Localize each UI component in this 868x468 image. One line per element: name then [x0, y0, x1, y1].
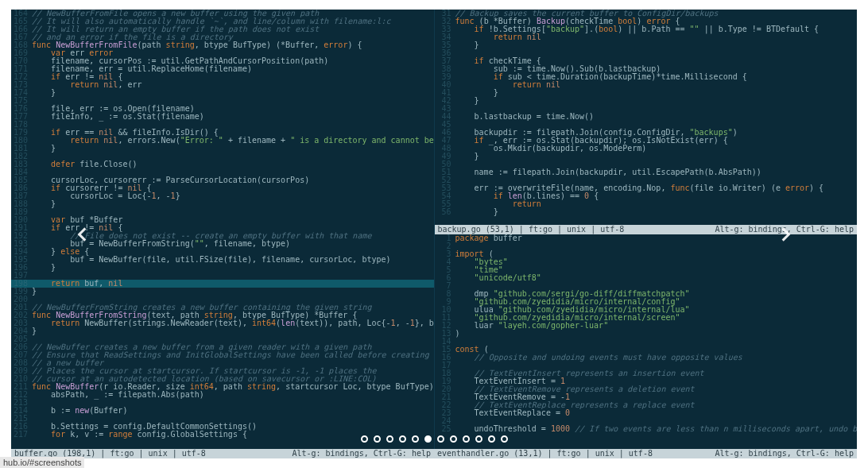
code-line: 34 return nil — [435, 33, 858, 41]
code-area-right-bottom[interactable]: 1package buffer23import (4 "bytes"5 "tim… — [435, 234, 858, 450]
carousel-dot[interactable] — [450, 435, 457, 443]
screenshot-carousel: 164// NewBufferFromFile opens a new buff… — [0, 0, 868, 468]
carousel-next-button[interactable] — [768, 216, 804, 253]
code-line: 56 } — [435, 208, 858, 216]
carousel-dot[interactable] — [488, 435, 495, 443]
code-line: 173 return nil, err — [11, 81, 434, 89]
status-left: eventhandler.go (13,1) | ft:go | unix | … — [437, 449, 653, 458]
code-line: 13) — [435, 330, 858, 338]
code-line: 49 } — [435, 153, 858, 161]
code-line: 19 TextEventInsert = 1 — [435, 377, 858, 385]
code-line: 180 return nil, errors.New("Error: " + f… — [11, 137, 434, 145]
code-line: 181 } — [11, 145, 434, 153]
code-line: 17 — [435, 362, 858, 369]
carousel-dot[interactable] — [501, 435, 508, 443]
status-right: Alt-g: bindings, Ctrl-G: help — [292, 449, 431, 458]
carousel-dot[interactable] — [463, 435, 470, 443]
code-area-right-top[interactable]: 31// Backup saves the current buffer to … — [435, 10, 858, 225]
code-line: 214 b := new(Buffer) — [11, 407, 434, 415]
carousel-prev-button[interactable] — [64, 216, 100, 253]
code-line: 212 absPath, _ := filepath.Abs(path) — [11, 391, 434, 399]
code-line: 199} — [11, 288, 434, 296]
code-line: 183 defer file.Close() — [11, 161, 434, 168]
code-line: 174 } — [11, 89, 434, 97]
code-line: 22 // TextEventReplace represents a repl… — [435, 401, 858, 409]
browser-url-hint: hub.io/#screenshots — [0, 457, 84, 468]
code-line: 44 b.lastbackup = time.Now() — [435, 113, 858, 121]
chevron-left-icon — [72, 224, 92, 245]
code-line: 20 // TextEventRemove represents a delet… — [435, 385, 858, 393]
code-line: 177 fileInfo, _ := os.Stat(filename) — [11, 113, 434, 121]
status-left: backup.go (53,1) | ft:go | unix | utf-8 — [438, 225, 625, 234]
carousel-dot[interactable] — [374, 435, 381, 443]
code-line: 12 luar "layeh.com/gopher-luar" — [435, 322, 858, 330]
carousel-dot[interactable] — [424, 435, 432, 443]
code-line: 198 return buf, nil — [11, 280, 434, 288]
code-line: 187 cursorLoc = Loc{-1, -1} — [11, 192, 434, 200]
carousel-dot[interactable] — [399, 435, 406, 443]
code-line: 6 "unicode/utf8" — [435, 274, 858, 282]
status-right: Alt-g: bindings, Ctrl-G: help — [715, 449, 854, 458]
code-line: 51 name := filepath.Join(backupdir, util… — [435, 168, 858, 176]
carousel-dot[interactable] — [475, 435, 482, 443]
code-line: 48 os.Mkdir(backupdir, os.ModePerm) — [435, 145, 858, 153]
code-line: 14 — [435, 338, 858, 346]
chevron-right-icon — [776, 224, 796, 245]
code-line: 42 } — [435, 97, 858, 105]
status-bar-right-bottom: eventhandler.go (13,1) | ft:go | unix | … — [434, 449, 857, 458]
carousel-dot[interactable] — [386, 435, 393, 443]
carousel-dot[interactable] — [361, 435, 368, 443]
carousel-indicators — [0, 435, 868, 443]
code-line: 41 } — [435, 89, 858, 97]
code-line: 16 // Opposite and undoing events must h… — [435, 354, 858, 362]
code-line: 18 // TextEventInsert represents an inse… — [435, 369, 858, 377]
code-line: 25 undoThreshold = 1000 // If two events… — [435, 425, 858, 433]
code-line: 196 } — [11, 264, 434, 272]
code-line: 15const ( — [435, 346, 858, 354]
code-line: 203 return NewBuffer(strings.NewReader(t… — [11, 319, 434, 327]
code-line: 188 } — [11, 200, 434, 208]
code-line: 23 TextEventReplace = 0 — [435, 409, 858, 417]
editor-window: 164// NewBufferFromFile opens a new buff… — [11, 10, 857, 458]
code-line: 195 buf = NewBuffer(file, util.FSize(fil… — [11, 256, 434, 264]
code-line: 35 } — [435, 41, 858, 49]
code-line: 21 TextEventRemove = -1 — [435, 393, 858, 401]
carousel-dot[interactable] — [437, 435, 444, 443]
code-line: 204} — [11, 327, 434, 335]
carousel-dot[interactable] — [412, 435, 419, 443]
